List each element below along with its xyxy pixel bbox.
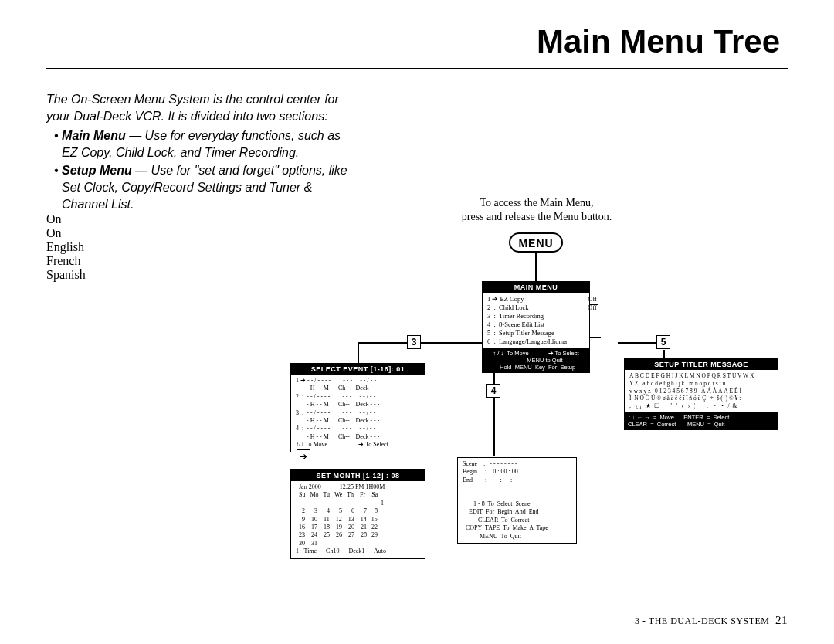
tree-node-5: 5 [656, 335, 670, 349]
tree-node-4: 4 [486, 384, 500, 398]
tree-node-3: 3 [407, 335, 421, 349]
setup-titler-header: SETUP TITLER MESSAGE [625, 359, 778, 370]
main-menu-header: MAIN MENU [483, 282, 589, 293]
connector-line [358, 342, 394, 344]
intro-bullet-1-label: Main Menu [62, 129, 126, 142]
set-month-panel: SET MONTH [1-12] : 08 Jan 2000 12:25 PM … [290, 469, 425, 559]
connector-line [590, 297, 598, 297]
scene-edit-body: Scene : - - - - - - - - Begin : 0 : 00 :… [458, 458, 576, 543]
arrow-down-box: ➔ [297, 449, 310, 463]
access-main-menu-instruction: To access the Main Menu, press and relea… [421, 196, 653, 223]
page-footer: 3 - THE DUAL-DECK SYSTEM 21 [635, 614, 788, 627]
connector-line [414, 342, 482, 344]
setup-titler-footer: ↑ ↓ ← → = Move ENTER = Select CLEAR = Co… [625, 412, 778, 429]
footer-section: 3 - THE DUAL-DECK SYSTEM [635, 615, 769, 626]
setup-titler-panel: SETUP TITLER MESSAGE A B C D E F G H I J… [624, 358, 778, 430]
intro-bullet-2-label: Setup Menu [62, 164, 132, 177]
intro-bullet-2: • Setup Menu — Use for "set and forget" … [46, 162, 355, 212]
page-title-block: Main Menu Tree [46, 23, 788, 60]
connector-line [590, 337, 601, 338]
select-event-body: 1 ➔ - - / - - - - - - - - - / - - - H - … [291, 375, 425, 452]
footer-page-number: 21 [775, 614, 788, 626]
connector-line [535, 253, 537, 281]
intro-bullet-1: • Main Menu — Use for everyday functions… [46, 127, 355, 161]
connector-line [590, 304, 598, 305]
page-title: Main Menu Tree [46, 23, 780, 60]
intro-lead: The On-Screen Menu System is the control… [46, 91, 355, 124]
connector-line [493, 398, 495, 456]
main-menu-panel: MAIN MENU 1 ➔ EZ Copy Off 2 : Child Lock… [482, 281, 590, 373]
title-rule [46, 68, 788, 69]
main-menu-side-onoff: On On [46, 212, 788, 240]
connector-line [663, 350, 665, 358]
set-month-body: Jan 2000 12:25 PM 1H00M Su Mo Tu We Th F… [291, 481, 425, 558]
scene-edit-panel: Scene : - - - - - - - - Begin : 0 : 00 :… [457, 457, 577, 544]
setup-titler-body: A B C D E F G H I J K L M N O P Q R S T … [625, 370, 778, 412]
main-menu-footer: ↑ / ↓ To Move ➔ To Select MENU to Quit H… [483, 348, 589, 372]
connector-line [493, 367, 495, 384]
intro-block: The On-Screen Menu System is the control… [46, 91, 355, 212]
main-menu-side-languages: English French Spanish [46, 240, 788, 282]
connector-line [394, 342, 407, 344]
select-event-panel: SELECT EVENT [1-16]: 01 1 ➔ - - / - - - … [290, 363, 425, 452]
set-month-header: SET MONTH [1-12] : 08 [291, 470, 425, 481]
connector-line [358, 343, 359, 363]
select-event-header: SELECT EVENT [1-16]: 01 [291, 364, 425, 375]
connector-line [618, 342, 656, 344]
menu-button-pill: MENU [509, 232, 563, 253]
main-menu-body: 1 ➔ EZ Copy Off 2 : Child Lock Off 3 : T… [483, 293, 589, 348]
